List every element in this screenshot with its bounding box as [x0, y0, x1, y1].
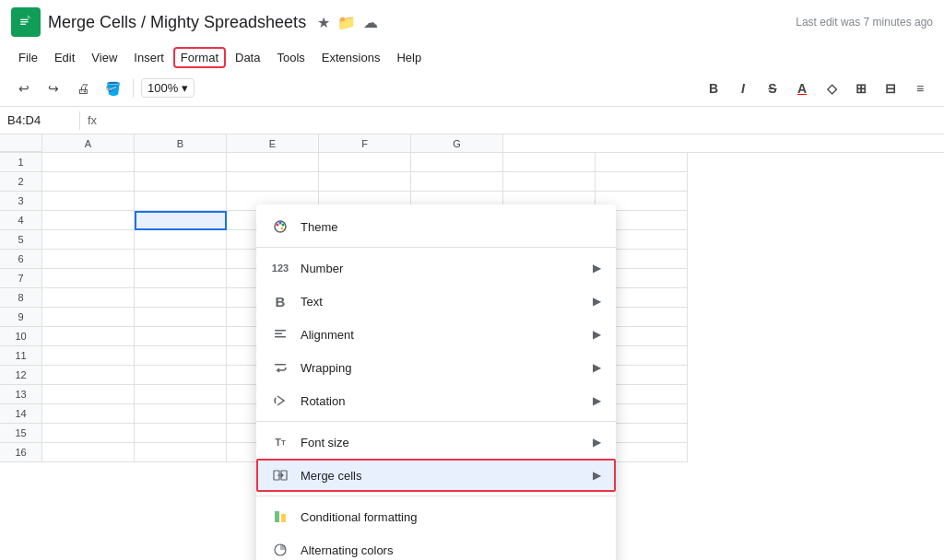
- format-dropdown-menu[interactable]: Theme 123 Number ▶ B Text ▶: [256, 204, 616, 560]
- cell-15-a[interactable]: [42, 424, 135, 443]
- menu-data[interactable]: Data: [228, 47, 267, 68]
- alignment-arrow: ▶: [593, 328, 601, 341]
- text-label: Text: [301, 295, 582, 309]
- menu-edit[interactable]: Edit: [47, 47, 82, 68]
- cell-8-a[interactable]: [42, 288, 135, 308]
- menu-merge-cells[interactable]: Merge cells ▶: [256, 459, 616, 492]
- strikethrough-button[interactable]: S: [760, 76, 785, 101]
- cell-7-b[interactable]: [135, 269, 227, 288]
- cell-5-b[interactable]: [135, 230, 227, 250]
- zoom-arrow: ▾: [182, 81, 188, 95]
- cell-2-f[interactable]: [503, 172, 596, 192]
- cloud-icon[interactable]: ☁: [363, 14, 378, 31]
- cell-2-c[interactable]: [227, 172, 319, 192]
- cell-8-b[interactable]: [135, 288, 227, 308]
- menu-number[interactable]: 123 Number ▶: [256, 251, 616, 285]
- cell-2-e[interactable]: [411, 172, 503, 192]
- cell-2-a[interactable]: [42, 172, 135, 192]
- cell-13-b[interactable]: [135, 385, 227, 404]
- cell-10-b[interactable]: [135, 327, 227, 346]
- menu-view[interactable]: View: [84, 47, 124, 68]
- cell-12-a[interactable]: [42, 366, 135, 385]
- fontsize-arrow: ▶: [593, 436, 601, 449]
- cell-15-b[interactable]: [135, 424, 227, 443]
- zoom-select[interactable]: 100% ▾: [141, 78, 195, 98]
- cell-5-a[interactable]: [42, 230, 135, 250]
- cell-9-b[interactable]: [135, 308, 227, 327]
- cell-6-a[interactable]: [42, 250, 135, 269]
- cell-10-a[interactable]: [42, 327, 135, 346]
- cell-11-b[interactable]: [135, 346, 227, 366]
- menu-insert[interactable]: Insert: [126, 47, 171, 68]
- menu-wrapping[interactable]: Wrapping ▶: [256, 351, 616, 384]
- print-button[interactable]: 🖨: [70, 76, 96, 101]
- row-1: 1: [0, 153, 944, 172]
- cell-1-c[interactable]: [227, 153, 319, 172]
- menu-rotation[interactable]: Rotation ▶: [256, 384, 616, 417]
- row-header-13: 13: [0, 385, 42, 404]
- cell-3-b[interactable]: [135, 192, 227, 211]
- bold-button[interactable]: B: [701, 76, 726, 101]
- cell-9-a[interactable]: [42, 308, 135, 327]
- italic-button[interactable]: I: [730, 76, 756, 101]
- merge-button-toolbar[interactable]: ⊟: [878, 76, 903, 101]
- cell-reference[interactable]: [7, 113, 72, 127]
- cell-16-a[interactable]: [42, 443, 135, 462]
- cell-2-b[interactable]: [135, 172, 227, 192]
- cell-11-a[interactable]: [42, 346, 135, 366]
- menu-file[interactable]: File: [11, 47, 45, 68]
- cell-4-b[interactable]: [135, 211, 227, 230]
- menu-tools[interactable]: Tools: [269, 47, 312, 68]
- align-button[interactable]: ≡: [907, 76, 933, 101]
- font-color-button[interactable]: A: [789, 76, 815, 101]
- cell-1-f[interactable]: [503, 153, 596, 172]
- menu-help[interactable]: Help: [389, 47, 429, 68]
- formula-input[interactable]: [104, 113, 937, 127]
- cell-14-b[interactable]: [135, 404, 227, 424]
- cell-2-d[interactable]: [319, 172, 411, 192]
- menu-alternating-colors[interactable]: Alternating colors: [256, 533, 616, 560]
- cell-1-e[interactable]: [411, 153, 503, 172]
- cell-12-b[interactable]: [135, 366, 227, 385]
- theme-label: Theme: [301, 220, 601, 234]
- cell-6-b[interactable]: [135, 250, 227, 269]
- cell-3-a[interactable]: [42, 192, 135, 211]
- cell-1-g[interactable]: [596, 153, 688, 172]
- cell-2-g[interactable]: [596, 172, 688, 192]
- zoom-value: 100%: [148, 81, 178, 95]
- cell-4-a[interactable]: [42, 211, 135, 230]
- undo-button[interactable]: ↩: [11, 76, 37, 101]
- menu-format[interactable]: Format: [173, 47, 226, 68]
- document-title: Merge Cells / Mighty Spreadsheets: [48, 13, 306, 32]
- cell-14-a[interactable]: [42, 404, 135, 424]
- star-icon[interactable]: ★: [317, 14, 330, 31]
- formula-bar: fx: [0, 107, 944, 134]
- folder-icon[interactable]: 📁: [337, 14, 356, 31]
- fill-color-button[interactable]: ◇: [819, 76, 844, 101]
- row-header-4: 4: [0, 211, 42, 230]
- menu-alignment[interactable]: Alignment ▶: [256, 318, 616, 351]
- conditional-formatting-label: Conditional formatting: [301, 510, 601, 524]
- toolbar-separator-1: [133, 79, 134, 98]
- row-header-7: 7: [0, 269, 42, 288]
- menu-theme[interactable]: Theme: [256, 210, 616, 243]
- borders-button[interactable]: ⊞: [848, 76, 874, 101]
- cell-1-a[interactable]: [42, 153, 135, 172]
- menu-fontsize[interactable]: TT Font size ▶: [256, 426, 616, 459]
- menu-text[interactable]: B Text ▶: [256, 285, 616, 318]
- redo-button[interactable]: ↪: [41, 76, 66, 101]
- cell-7-a[interactable]: [42, 269, 135, 288]
- row-header-14: 14: [0, 404, 42, 424]
- cell-1-b[interactable]: [135, 153, 227, 172]
- svg-rect-10: [275, 333, 282, 335]
- paint-format-button[interactable]: 🪣: [100, 76, 125, 101]
- cell-16-b[interactable]: [135, 443, 227, 462]
- row-2: 2: [0, 172, 944, 192]
- wrapping-arrow: ▶: [593, 361, 601, 374]
- menu-conditional-formatting[interactable]: Conditional formatting: [256, 500, 616, 533]
- col-header-b: B: [135, 134, 227, 153]
- title-icons: ★ 📁 ☁: [317, 14, 378, 31]
- cell-1-d[interactable]: [319, 153, 411, 172]
- cell-13-a[interactable]: [42, 385, 135, 404]
- menu-extensions[interactable]: Extensions: [314, 47, 388, 68]
